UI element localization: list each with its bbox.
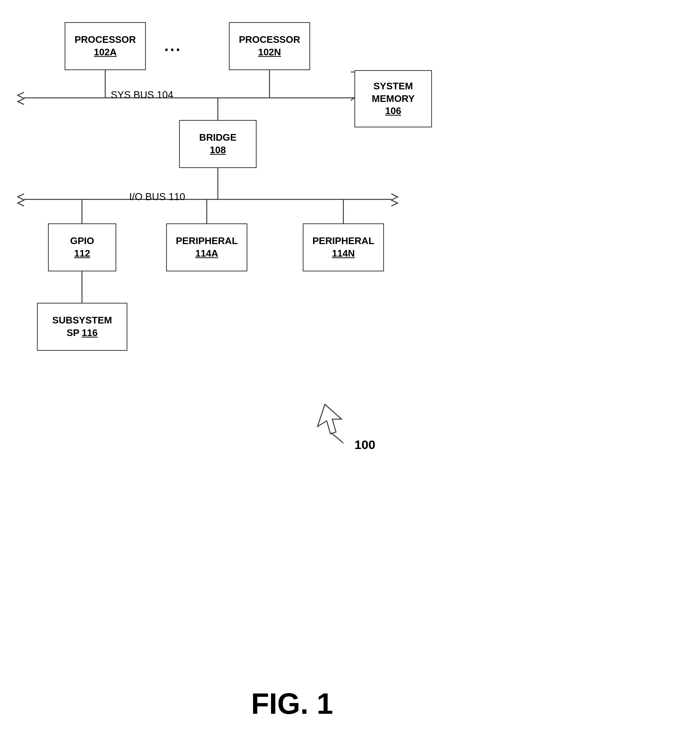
gpio-label-line1: GPIO <box>70 235 94 247</box>
peripheral-a-label-line1: PERIPHERAL <box>176 235 238 247</box>
peripheral-a-box: PERIPHERAL 114A <box>166 224 247 271</box>
peripheral-n-label-line1: PERIPHERAL <box>312 235 374 247</box>
diagram: PROCESSOR 102A PROCESSOR 102N ... SYSTEM… <box>0 0 700 747</box>
processor-a-box: PROCESSOR 102A <box>65 22 146 70</box>
processor-n-box: PROCESSOR 102N <box>229 22 310 70</box>
fig-label: FIG. 1 <box>251 687 333 721</box>
subsystem-box: SUBSYSTEM SP 116 <box>37 303 127 351</box>
svg-line-3 <box>351 98 354 100</box>
system-memory-label-line2: MEMORY <box>372 93 414 105</box>
peripheral-n-label-line2: 114N <box>332 247 355 260</box>
processor-n-label-line1: PROCESSOR <box>239 33 300 46</box>
svg-line-16 <box>331 433 343 443</box>
system-memory-box: SYSTEM MEMORY 106 <box>354 70 432 127</box>
dots-label: ... <box>164 37 181 54</box>
bridge-label-line2: 108 <box>210 144 225 157</box>
ref-100-label: 100 <box>354 437 375 452</box>
processor-a-label-line2: 102A <box>94 46 116 59</box>
gpio-box: GPIO 112 <box>48 224 116 271</box>
processor-a-label-line1: PROCESSOR <box>74 33 136 46</box>
subsystem-label-line2: SP 116 <box>67 327 97 339</box>
peripheral-n-box: PERIPHERAL 114N <box>303 224 384 271</box>
bridge-label-line1: BRIDGE <box>199 132 236 144</box>
system-memory-label-line3: 106 <box>385 105 401 117</box>
processor-n-label-line2: 102N <box>258 46 281 59</box>
svg-marker-15 <box>317 404 342 434</box>
system-memory-label-line1: SYSTEM <box>373 80 413 93</box>
peripheral-a-label-line2: 114A <box>195 247 218 260</box>
bridge-box: BRIDGE 108 <box>179 120 257 168</box>
io-bus-label: I/O BUS 110 <box>129 191 185 203</box>
sys-bus-label: SYS BUS 104 <box>111 89 174 101</box>
subsystem-label-line1: SUBSYSTEM <box>53 314 112 327</box>
gpio-label-line2: 112 <box>74 247 90 260</box>
connector-lines <box>0 0 700 747</box>
